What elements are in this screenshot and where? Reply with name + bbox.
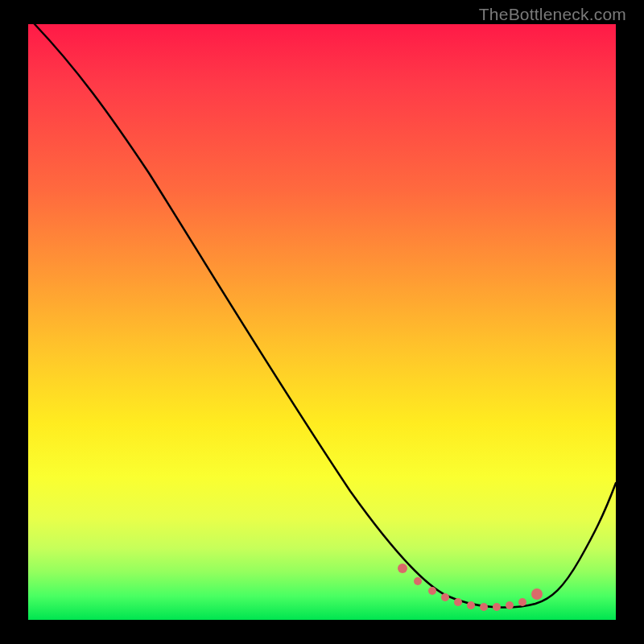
- highlight-dots-group: [398, 564, 543, 611]
- svg-point-4: [454, 598, 462, 606]
- svg-point-5: [467, 601, 475, 609]
- svg-point-10: [531, 588, 543, 600]
- svg-point-7: [493, 603, 501, 611]
- watermark-text: TheBottleneck.com: [479, 5, 626, 24]
- plot-area: [28, 24, 616, 620]
- curve-svg: [28, 24, 616, 620]
- svg-point-2: [428, 587, 436, 595]
- chart-frame: TheBottleneck.com: [0, 0, 644, 644]
- svg-point-0: [398, 564, 407, 573]
- svg-point-6: [480, 603, 488, 611]
- svg-point-1: [414, 577, 422, 585]
- svg-point-8: [506, 601, 514, 609]
- svg-point-3: [441, 593, 449, 601]
- bottleneck-curve-path: [35, 24, 616, 608]
- svg-point-9: [518, 598, 526, 606]
